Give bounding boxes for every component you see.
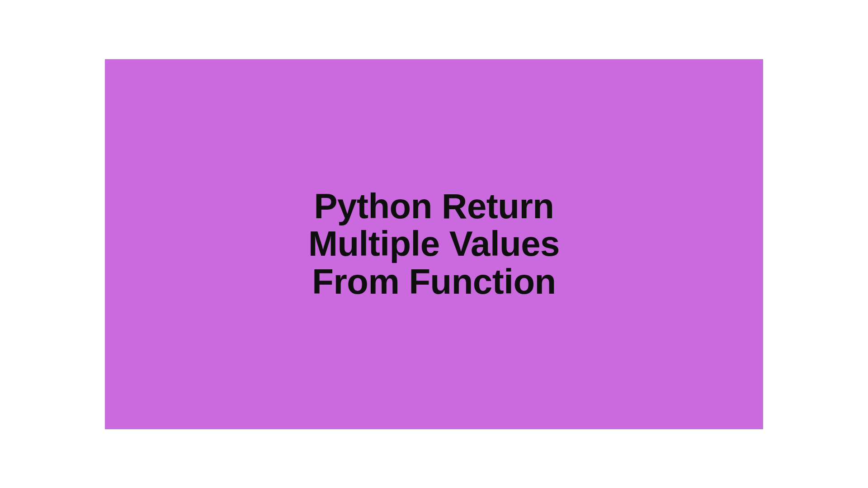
title-card: Python Return Multiple Values From Funct…: [105, 59, 763, 429]
title-line-3: From Function: [308, 263, 560, 300]
title-line-1: Python Return: [308, 188, 560, 225]
title-line-2: Multiple Values: [308, 225, 560, 263]
page-title: Python Return Multiple Values From Funct…: [308, 188, 560, 300]
